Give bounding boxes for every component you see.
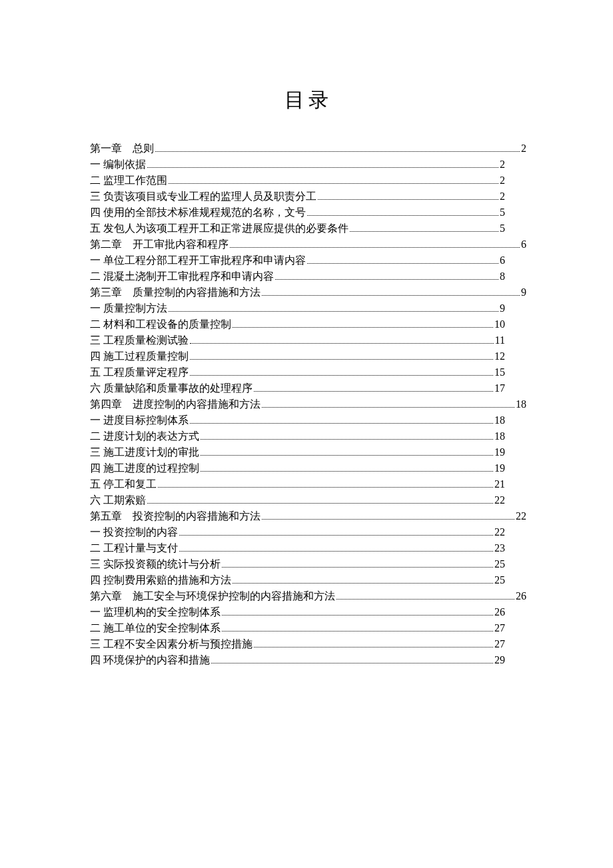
toc-entry-page: 25 xyxy=(494,572,505,588)
toc-leader-dots xyxy=(336,599,514,600)
toc-entry-label: 三 工程质量检测试验 xyxy=(90,332,189,348)
toc-entry-label: 五 工程质量评定程序 xyxy=(90,364,189,380)
toc-entry: 三 工程不安全因素分析与预控措施27 xyxy=(90,636,526,652)
toc-entry-label: 三 施工进度计划的审批 xyxy=(90,444,199,460)
toc-entry-page: 5 xyxy=(500,220,505,236)
toc-entry-label: 四 使用的全部技术标准规程规范的名称，文号 xyxy=(90,205,306,220)
toc-entry: 五 发包人为该项工程开工和正常进展应提供的必要条件5 xyxy=(90,220,526,236)
toc-entry-page: 6 xyxy=(500,252,505,268)
toc-entry-label: 五 发包人为该项工程开工和正常进展应提供的必要条件 xyxy=(90,220,348,236)
toc-entry: 三 工程质量检测试验11 xyxy=(90,332,526,348)
toc-leader-dots xyxy=(230,247,520,248)
toc-entry-page: 8 xyxy=(500,268,505,284)
page-title: 目录 xyxy=(90,87,526,114)
toc-entry-label: 三 负责该项目或专业工程的监理人员及职责分工 xyxy=(90,189,316,205)
toc-leader-dots xyxy=(190,343,494,344)
toc-leader-dots xyxy=(222,567,493,568)
toc-leader-dots xyxy=(254,391,493,392)
toc-entry: 二 监理工作范围2 xyxy=(90,173,526,189)
toc-entry: 第五章 投资控制的内容措施和方法22 xyxy=(90,508,526,524)
toc-entry-label: 一 投资控制的内容 xyxy=(90,524,178,540)
toc-entry-page: 22 xyxy=(494,492,505,508)
toc-entry-page: 18 xyxy=(494,428,505,444)
toc-entry: 四 环境保护的内容和措施29 xyxy=(90,652,526,668)
toc-entry-label: 二 混凝土浇制开工审批程序和申请内容 xyxy=(90,268,274,284)
toc-entry-page: 12 xyxy=(494,348,505,364)
toc-entry: 二 混凝土浇制开工审批程序和申请内容8 xyxy=(90,268,526,284)
toc-entry-page: 11 xyxy=(495,332,505,348)
toc-entry-label: 四 环境保护的内容和措施 xyxy=(90,652,210,668)
toc-leader-dots xyxy=(190,423,493,424)
toc-entry: 二 施工单位的安全控制体系27 xyxy=(90,620,526,636)
toc-entry: 第六章 施工安全与环境保护控制的内容措施和方法26 xyxy=(90,588,526,604)
toc-entry: 四 施工进度的过程控制19 xyxy=(90,460,526,476)
toc-entry-label: 二 施工单位的安全控制体系 xyxy=(90,620,221,636)
toc-entry: 四 使用的全部技术标准规程规范的名称，文号5 xyxy=(90,205,526,220)
toc-entry-page: 2 xyxy=(500,189,505,205)
toc-entry-page: 2 xyxy=(521,141,526,157)
toc-entry: 四 施工过程质量控制12 xyxy=(90,348,526,364)
toc-leader-dots xyxy=(262,295,520,296)
toc-entry-label: 一 监理机构的安全控制体系 xyxy=(90,604,221,620)
toc-entry: 一 进度目标控制体系18 xyxy=(90,412,526,428)
toc-entry-page: 26 xyxy=(516,588,526,604)
toc-entry-page: 9 xyxy=(500,300,505,316)
toc-entry-label: 四 施工过程质量控制 xyxy=(90,348,189,364)
toc-entry: 一 单位工程分部工程开工审批程序和申请内容6 xyxy=(90,252,526,268)
toc-entry: 三 负责该项目或专业工程的监理人员及职责分工2 xyxy=(90,189,526,205)
toc-entry-page: 22 xyxy=(494,524,505,540)
toc-entry-page: 27 xyxy=(494,636,505,652)
toc-entry: 五 工程质量评定程序15 xyxy=(90,364,526,380)
toc-entry-label: 第六章 施工安全与环境保护控制的内容措施和方法 xyxy=(90,588,335,604)
toc-entry: 第一章 总则2 xyxy=(90,141,526,157)
toc-leader-dots xyxy=(307,215,498,216)
toc-entry-page: 21 xyxy=(494,476,505,492)
toc-entry-label: 第五章 投资控制的内容措施和方法 xyxy=(90,508,261,524)
toc-entry-page: 9 xyxy=(521,284,526,300)
toc-leader-dots xyxy=(147,503,493,504)
toc-entry-label: 第三章 质量控制的内容措施和方法 xyxy=(90,284,261,300)
toc-entry: 一 投资控制的内容22 xyxy=(90,524,526,540)
toc-entry-page: 2 xyxy=(500,173,505,189)
toc-leader-dots xyxy=(350,231,498,232)
toc-leader-dots xyxy=(147,167,498,168)
toc-leader-dots xyxy=(318,199,498,200)
toc-leader-dots xyxy=(201,455,493,456)
toc-entry-label: 二 材料和工程设备的质量控制 xyxy=(90,316,231,332)
toc-leader-dots xyxy=(262,519,514,520)
table-of-contents: 第一章 总则2一 编制依据2二 监理工作范围2三 负责该项目或专业工程的监理人员… xyxy=(90,141,526,668)
toc-leader-dots xyxy=(222,615,493,616)
toc-entry-label: 一 单位工程分部工程开工审批程序和申请内容 xyxy=(90,252,306,268)
toc-leader-dots xyxy=(190,359,493,360)
toc-leader-dots xyxy=(155,151,520,152)
toc-entry: 第三章 质量控制的内容措施和方法9 xyxy=(90,284,526,300)
toc-entry-page: 18 xyxy=(494,412,505,428)
toc-leader-dots xyxy=(254,647,493,648)
toc-entry-page: 15 xyxy=(494,364,505,380)
toc-entry-label: 一 质量控制方法 xyxy=(90,300,167,316)
toc-entry-page: 2 xyxy=(500,157,505,173)
toc-entry-label: 四 控制费用索赔的措施和方法 xyxy=(90,572,231,588)
toc-leader-dots xyxy=(169,311,498,312)
toc-leader-dots xyxy=(307,263,498,264)
toc-entry: 五 停工和复工21 xyxy=(90,476,526,492)
toc-entry-page: 22 xyxy=(516,508,526,524)
toc-entry-page: 10 xyxy=(494,316,505,332)
toc-entry-page: 26 xyxy=(494,604,505,620)
toc-entry: 二 工程计量与支付23 xyxy=(90,540,526,556)
toc-entry: 四 控制费用索赔的措施和方法25 xyxy=(90,572,526,588)
toc-entry-page: 5 xyxy=(500,205,505,220)
toc-leader-dots xyxy=(275,279,498,280)
toc-entry: 第二章 开工审批内容和程序6 xyxy=(90,236,526,252)
toc-entry-label: 第四章 进度控制的内容措施和方法 xyxy=(90,396,261,412)
toc-leader-dots xyxy=(262,407,514,408)
toc-entry-label: 二 进度计划的表达方式 xyxy=(90,428,199,444)
toc-entry-label: 第二章 开工审批内容和程序 xyxy=(90,236,229,252)
toc-entry: 一 质量控制方法9 xyxy=(90,300,526,316)
toc-entry-label: 六 质量缺陷和质量事故的处理程序 xyxy=(90,380,253,396)
toc-leader-dots xyxy=(179,551,493,552)
toc-entry-page: 6 xyxy=(521,236,526,252)
toc-entry: 六 工期索赔22 xyxy=(90,492,526,508)
toc-entry: 二 材料和工程设备的质量控制10 xyxy=(90,316,526,332)
toc-entry: 六 质量缺陷和质量事故的处理程序17 xyxy=(90,380,526,396)
